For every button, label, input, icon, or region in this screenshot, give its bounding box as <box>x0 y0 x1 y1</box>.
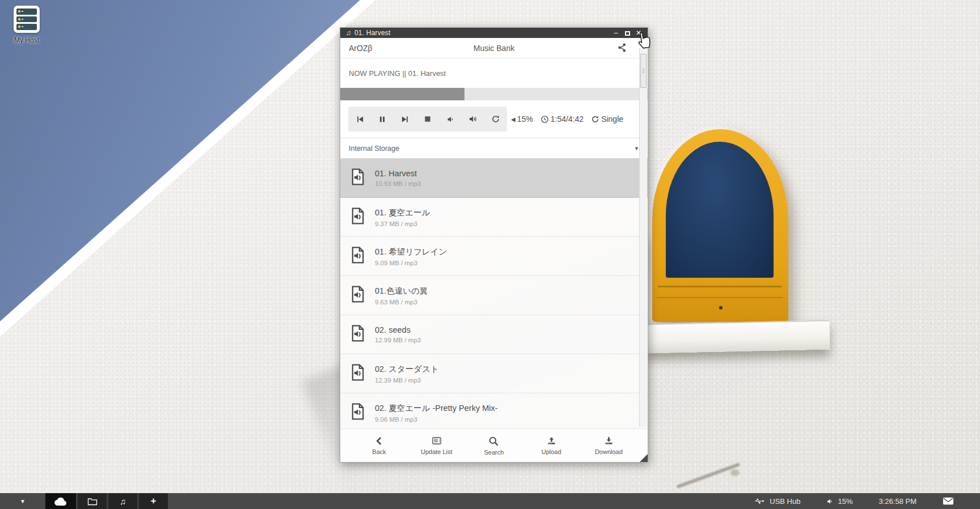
track-meta: 12.99 MB / mp3 <box>375 337 421 343</box>
system-tray: USB Hub 15% 3:26:58 PM <box>754 493 980 509</box>
maximize-icon <box>625 31 630 36</box>
repeat-button[interactable] <box>484 107 507 132</box>
track-row[interactable]: 01.色違いの翼 9.63 MB / mp3 <box>340 276 648 315</box>
search-icon <box>488 436 499 447</box>
track-row[interactable]: 01. Harvest 10.93 MB / mp3 <box>340 159 648 198</box>
cloud-icon <box>54 497 67 506</box>
time-value: 1:54/4:42 <box>551 114 584 124</box>
track-meta: 9.37 MB / mp3 <box>375 220 430 227</box>
track-list: 01. Harvest 10.93 MB / mp3 01. 夏空エール 9.3… <box>340 159 648 429</box>
download-button[interactable]: Download <box>586 436 631 455</box>
app-header: ArOZβ Music Bank <box>340 38 648 58</box>
upload-label: Upload <box>542 448 561 455</box>
next-track-button[interactable] <box>394 107 416 132</box>
download-label: Download <box>595 448 623 455</box>
clock-label: 3:26:58 PM <box>879 497 917 506</box>
audio-file-icon <box>348 285 368 306</box>
maximize-button[interactable] <box>622 28 633 38</box>
bottom-toolbar: Back Update List Search Upload Download <box>340 429 648 462</box>
app-title: Music Bank <box>340 44 648 53</box>
tray-volume[interactable]: 15% <box>826 497 852 506</box>
progress-fill <box>340 88 464 100</box>
minimize-button[interactable]: – <box>610 28 622 38</box>
volume-up-icon <box>468 114 478 124</box>
folder-icon <box>87 497 98 506</box>
search-button[interactable]: Search <box>471 436 517 456</box>
back-label: Back <box>372 448 386 455</box>
player-controls: ◀ 15% 1:54/4:42 Single <box>340 100 648 138</box>
window-title: 01. Harvest <box>354 29 610 37</box>
music-bank-window: ♫ 01. Harvest – ✕ ArOZβ Music Bank NOW P… <box>340 27 648 463</box>
share-button[interactable] <box>617 43 627 55</box>
list-icon <box>431 436 442 446</box>
upload-button[interactable]: Upload <box>529 436 574 455</box>
window-ledge-photo <box>645 320 830 354</box>
audio-file-icon <box>348 206 368 228</box>
previous-track-button[interactable] <box>348 107 371 132</box>
track-meta: 9.63 MB / mp3 <box>375 299 428 306</box>
track-meta: 10.93 MB / mp3 <box>375 180 421 187</box>
storage-select[interactable]: Internal Storage ▼ <box>340 138 648 159</box>
taskbar-app-files[interactable] <box>76 493 107 509</box>
audio-file-icon <box>348 402 368 423</box>
clock-icon <box>540 115 549 124</box>
tray-mail[interactable] <box>943 497 954 505</box>
volume-triangle-icon: ◀ <box>511 116 516 122</box>
track-title: 02. 夏空エール -Pretty Perky Mix- <box>375 403 498 414</box>
chevron-down-icon: ▼ <box>634 146 639 151</box>
window-scrollbar[interactable] <box>639 48 647 427</box>
back-button[interactable]: Back <box>357 436 402 455</box>
time-readout: 1:54/4:42 <box>540 114 584 124</box>
loop-mode-value: Single <box>601 114 623 124</box>
seek-bar[interactable] <box>340 88 648 100</box>
taskbar-app-music[interactable]: ♫ <box>107 493 137 509</box>
scrollbar-thumb[interactable] <box>640 54 647 88</box>
track-row[interactable]: 01. 希望リフレイン 9.09 MB / mp3 <box>340 237 648 276</box>
loop-mode[interactable]: Single <box>591 114 623 124</box>
volume-value: 15% <box>517 114 533 124</box>
desktop-icon-label: My Host <box>7 36 47 44</box>
track-title: 01.色違いの翼 <box>375 286 428 296</box>
track-title: 01. Harvest <box>375 169 421 178</box>
stop-icon <box>424 115 432 123</box>
track-title: 01. 希望リフレイン <box>375 247 447 257</box>
repeat-icon <box>491 114 500 124</box>
track-title: 02. スターダスト <box>375 364 439 375</box>
share-icon <box>617 43 627 53</box>
download-icon <box>603 436 614 446</box>
track-meta: 9.09 MB / mp3 <box>375 260 447 266</box>
audio-file-icon <box>348 363 368 384</box>
upload-icon <box>546 436 557 446</box>
back-chevron-icon <box>374 436 385 446</box>
update-list-button[interactable]: Update List <box>414 436 459 455</box>
volume-down-button[interactable] <box>439 107 462 132</box>
track-row[interactable]: 01. 夏空エール 9.37 MB / mp3 <box>340 198 648 237</box>
transport-buttons <box>348 107 507 132</box>
taskbar-app-cloud[interactable] <box>45 493 76 509</box>
stop-button[interactable] <box>416 107 439 132</box>
window-titlebar[interactable]: ♫ 01. Harvest – ✕ <box>340 28 648 38</box>
server-icon <box>14 6 40 33</box>
search-label: Search <box>484 449 504 456</box>
volume-up-button[interactable] <box>462 107 484 132</box>
track-title: 01. 夏空エール <box>375 207 430 218</box>
desktop: My Host ♫ 01. Harvest – ✕ ArOZβ Music Ba… <box>0 0 980 509</box>
window-resize-handle[interactable] <box>640 454 648 462</box>
pause-button[interactable] <box>371 107 394 132</box>
close-button[interactable]: ✕ <box>633 28 644 38</box>
track-row[interactable]: 02. スターダスト 12.39 MB / mp3 <box>340 354 648 393</box>
taskbar-add-button[interactable]: + <box>137 493 168 509</box>
taskbar: ▼ ♫ + USB Hub 15% 3:26:58 PM <box>0 493 980 509</box>
volume-label: 15% <box>838 497 852 506</box>
scrollbar-grip-icon <box>642 68 645 74</box>
track-row[interactable]: 02. 夏空エール -Pretty Perky Mix- 9.06 MB / m… <box>340 393 648 429</box>
tray-usb[interactable]: USB Hub <box>754 497 800 506</box>
now-playing-bar: NOW PLAYING || 01. Harvest <box>340 58 648 88</box>
music-note-icon: ♫ <box>346 29 351 37</box>
taskbar-expand-button[interactable]: ▼ <box>0 493 45 509</box>
desktop-icon-my-host[interactable]: My Host <box>7 6 47 44</box>
skip-next-icon <box>401 115 409 124</box>
pipe <box>730 469 740 476</box>
tray-clock[interactable]: 3:26:58 PM <box>879 497 917 506</box>
track-row[interactable]: 02. seeds 12.99 MB / mp3 <box>340 315 648 354</box>
